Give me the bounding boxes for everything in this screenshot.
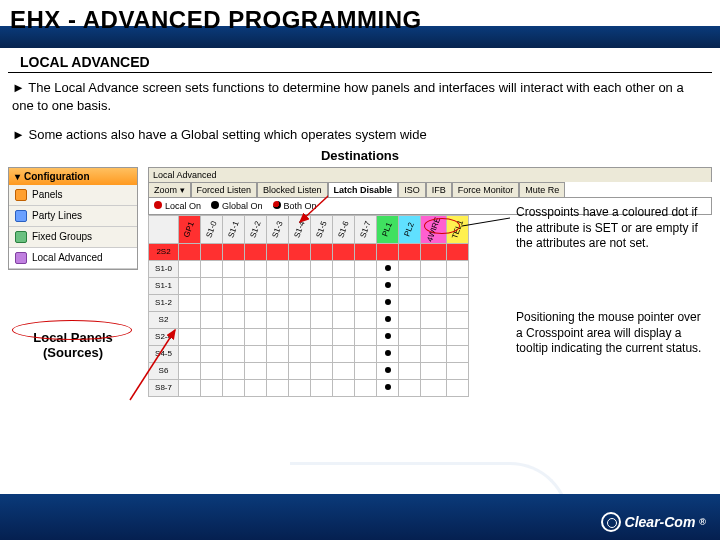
crosspoint-cell[interactable] — [333, 260, 355, 277]
crosspoint-cell[interactable] — [355, 379, 377, 396]
crosspoint-cell[interactable] — [333, 362, 355, 379]
crosspoint-cell[interactable] — [355, 277, 377, 294]
crosspoint-matrix[interactable]: GP1S1-0S1-1S1-2S1-3S1-4S1-5S1-6S1-7PL1PL… — [148, 215, 469, 397]
crosspoint-cell[interactable] — [201, 379, 223, 396]
crosspoint-cell[interactable] — [447, 345, 469, 362]
tab-force-monitor[interactable]: Force Monitor — [452, 182, 520, 197]
crosspoint-cell[interactable] — [399, 294, 421, 311]
crosspoint-cell[interactable] — [377, 294, 399, 311]
crosspoint-cell[interactable] — [421, 362, 447, 379]
crosspoint-cell[interactable] — [447, 294, 469, 311]
crosspoint-cell[interactable] — [267, 294, 289, 311]
crosspoint-cell[interactable] — [447, 311, 469, 328]
crosspoint-cell[interactable] — [245, 243, 267, 260]
tab-forced-listen[interactable]: Forced Listen — [191, 182, 258, 197]
crosspoint-cell[interactable] — [377, 311, 399, 328]
crosspoint-cell[interactable] — [399, 362, 421, 379]
crosspoint-cell[interactable] — [333, 277, 355, 294]
crosspoint-cell[interactable] — [311, 362, 333, 379]
crosspoint-cell[interactable] — [223, 277, 245, 294]
crosspoint-cell[interactable] — [377, 328, 399, 345]
crosspoint-cell[interactable] — [179, 362, 201, 379]
crosspoint-cell[interactable] — [201, 277, 223, 294]
crosspoint-cell[interactable] — [245, 260, 267, 277]
crosspoint-cell[interactable] — [267, 328, 289, 345]
tab-iso[interactable]: ISO — [398, 182, 426, 197]
crosspoint-cell[interactable] — [267, 243, 289, 260]
crosspoint-cell[interactable] — [245, 277, 267, 294]
crosspoint-cell[interactable] — [421, 311, 447, 328]
crosspoint-cell[interactable] — [355, 311, 377, 328]
crosspoint-cell[interactable] — [245, 294, 267, 311]
crosspoint-cell[interactable] — [201, 294, 223, 311]
crosspoint-cell[interactable] — [223, 311, 245, 328]
crosspoint-cell[interactable] — [447, 260, 469, 277]
crosspoint-cell[interactable] — [447, 277, 469, 294]
crosspoint-cell[interactable] — [399, 345, 421, 362]
crosspoint-cell[interactable] — [333, 243, 355, 260]
crosspoint-cell[interactable] — [399, 260, 421, 277]
crosspoint-cell[interactable] — [289, 379, 311, 396]
crosspoint-cell[interactable] — [245, 311, 267, 328]
crosspoint-cell[interactable] — [179, 243, 201, 260]
crosspoint-cell[interactable] — [245, 345, 267, 362]
crosspoint-cell[interactable] — [267, 379, 289, 396]
crosspoint-cell[interactable] — [179, 379, 201, 396]
crosspoint-cell[interactable] — [223, 379, 245, 396]
crosspoint-cell[interactable] — [311, 379, 333, 396]
crosspoint-cell[interactable] — [355, 362, 377, 379]
crosspoint-cell[interactable] — [267, 345, 289, 362]
crosspoint-cell[interactable] — [333, 379, 355, 396]
tab-zoom-[interactable]: Zoom ▾ — [148, 182, 191, 197]
crosspoint-cell[interactable] — [201, 362, 223, 379]
crosspoint-cell[interactable] — [201, 243, 223, 260]
crosspoint-cell[interactable] — [245, 379, 267, 396]
config-item-panels[interactable]: Panels — [9, 185, 137, 206]
crosspoint-cell[interactable] — [421, 260, 447, 277]
crosspoint-cell[interactable] — [223, 328, 245, 345]
crosspoint-cell[interactable] — [377, 260, 399, 277]
tab-blocked-listen[interactable]: Blocked Listen — [257, 182, 328, 197]
tab-mute-re[interactable]: Mute Re — [519, 182, 565, 197]
crosspoint-cell[interactable] — [311, 260, 333, 277]
crosspoint-cell[interactable] — [447, 243, 469, 260]
crosspoint-cell[interactable] — [267, 277, 289, 294]
crosspoint-cell[interactable] — [267, 260, 289, 277]
crosspoint-cell[interactable] — [399, 379, 421, 396]
crosspoint-cell[interactable] — [333, 311, 355, 328]
crosspoint-cell[interactable] — [289, 294, 311, 311]
config-item-local-advanced[interactable]: Local Advanced — [9, 248, 137, 269]
crosspoint-cell[interactable] — [179, 328, 201, 345]
crosspoint-cell[interactable] — [201, 345, 223, 362]
crosspoint-cell[interactable] — [377, 379, 399, 396]
config-item-fixed-groups[interactable]: Fixed Groups — [9, 227, 137, 248]
crosspoint-cell[interactable] — [447, 379, 469, 396]
crosspoint-cell[interactable] — [421, 243, 447, 260]
crosspoint-cell[interactable] — [223, 260, 245, 277]
crosspoint-cell[interactable] — [311, 345, 333, 362]
crosspoint-cell[interactable] — [377, 243, 399, 260]
crosspoint-cell[interactable] — [223, 294, 245, 311]
crosspoint-cell[interactable] — [267, 311, 289, 328]
crosspoint-cell[interactable] — [289, 345, 311, 362]
crosspoint-cell[interactable] — [289, 328, 311, 345]
crosspoint-cell[interactable] — [179, 294, 201, 311]
crosspoint-cell[interactable] — [311, 311, 333, 328]
crosspoint-cell[interactable] — [355, 345, 377, 362]
crosspoint-cell[interactable] — [421, 328, 447, 345]
crosspoint-cell[interactable] — [355, 328, 377, 345]
crosspoint-cell[interactable] — [201, 311, 223, 328]
crosspoint-cell[interactable] — [223, 345, 245, 362]
crosspoint-cell[interactable] — [179, 260, 201, 277]
crosspoint-cell[interactable] — [223, 362, 245, 379]
crosspoint-cell[interactable] — [447, 362, 469, 379]
crosspoint-cell[interactable] — [223, 243, 245, 260]
crosspoint-cell[interactable] — [421, 345, 447, 362]
crosspoint-cell[interactable] — [311, 294, 333, 311]
crosspoint-cell[interactable] — [421, 277, 447, 294]
crosspoint-cell[interactable] — [355, 243, 377, 260]
crosspoint-cell[interactable] — [399, 277, 421, 294]
config-item-party-lines[interactable]: Party Lines — [9, 206, 137, 227]
crosspoint-cell[interactable] — [179, 345, 201, 362]
crosspoint-cell[interactable] — [179, 277, 201, 294]
